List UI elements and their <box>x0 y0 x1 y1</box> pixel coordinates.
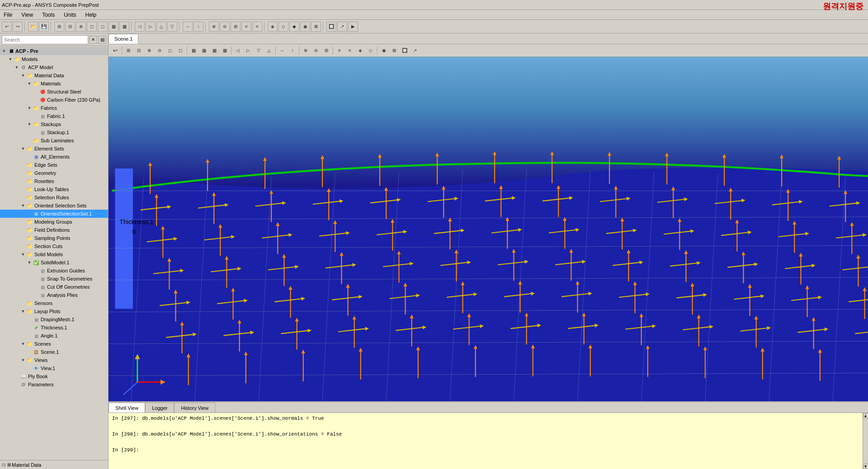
toolbar-btn-12[interactable]: ▽ <box>167 22 177 32</box>
tab-scene1[interactable]: Scene.1 <box>108 34 138 44</box>
toolbar-btn-15[interactable]: ⊕ <box>209 22 219 32</box>
toolbar-btn-19[interactable]: ≡ <box>252 22 262 32</box>
expand-oss[interactable]: ▼ <box>20 202 26 209</box>
toolbar-btn-23[interactable]: ◉ <box>300 22 310 32</box>
tree-all-elements[interactable]: ⊞ All_Elements <box>0 153 108 161</box>
tree-modeling-groups[interactable]: 📁 Modeling Groups <box>0 218 108 226</box>
tree-fabric1[interactable]: ▦ Fabric.1 <box>0 112 108 120</box>
vp-btn-26[interactable]: 🔲 <box>400 46 410 56</box>
toolbar-btn-26[interactable]: ↗ <box>337 22 347 32</box>
tab-history-view[interactable]: History View <box>174 403 215 413</box>
toolbar-btn-8[interactable]: ▦ <box>119 22 129 32</box>
tree-angle1[interactable]: ▦ Angle.1 <box>0 332 108 340</box>
menu-file[interactable]: File <box>2 11 14 19</box>
vp-btn-22[interactable]: ◈ <box>355 46 365 56</box>
left-panel-expand-icon[interactable]: ⊟ <box>2 462 5 467</box>
toolbar-btn-20[interactable]: ◈ <box>268 22 278 32</box>
tree-views[interactable]: ▼ 📁 Views <box>0 356 108 364</box>
expand-solid-models[interactable]: ▼ <box>20 251 26 258</box>
tree-extrusion-guides[interactable]: ▦ Extrusion Guides <box>0 267 108 275</box>
tree-carbon-fiber[interactable]: 🔴 Carbon Fiber (230 GPa) <box>0 96 108 104</box>
tree-solid-models[interactable]: ▼ 📁 Solid Models <box>0 250 108 258</box>
vp-btn-10[interactable]: ▦ <box>220 46 230 56</box>
tree-material-data[interactable]: ▼ 📁 Material Data <box>0 71 108 80</box>
search-input[interactable] <box>2 35 88 44</box>
toolbar-btn-27[interactable]: ▶ <box>348 22 358 32</box>
toolbar-btn-22[interactable]: ◆ <box>289 22 299 32</box>
vp-btn-25[interactable]: ⊠ <box>389 46 399 56</box>
toolbar-btn-1[interactable]: ↪ <box>13 22 23 32</box>
toolbar-btn-9[interactable]: ◁ <box>135 22 145 32</box>
menu-help[interactable]: Help <box>84 11 99 19</box>
expand-models[interactable]: ▼ <box>7 56 14 62</box>
vp-btn-7[interactable]: ▦ <box>189 46 198 56</box>
tree-materials[interactable]: ▼ 📁 Materials <box>0 80 108 88</box>
scroll-up-btn[interactable]: ▲ <box>863 413 868 418</box>
menu-units[interactable]: Units <box>62 11 78 19</box>
tree-selection-rules[interactable]: 📁 Selection Rules <box>0 193 108 202</box>
vp-btn-15[interactable]: ↔ <box>277 46 287 56</box>
tree-element-sets[interactable]: ▼ 📁 Element Sets <box>0 145 108 153</box>
tree-oss[interactable]: ▼ 📁 Oriented Selection Sets <box>0 202 108 210</box>
toolbar-btn-11[interactable]: △ <box>156 22 166 32</box>
toolbar-btn-open[interactable]: 📂 <box>28 22 38 32</box>
menu-view[interactable]: View <box>19 11 35 19</box>
vp-btn-18[interactable]: ⊖ <box>311 46 321 56</box>
tree-geometry[interactable]: 📁 Geometry <box>0 169 108 177</box>
tree-sub-laminates[interactable]: 📁 Sub Laminates <box>0 136 108 145</box>
vp-btn-24[interactable]: ◉ <box>379 46 389 56</box>
toolbar-btn-10[interactable]: ▷ <box>146 22 156 32</box>
toolbar-btn-14[interactable]: ↕ <box>193 22 203 32</box>
tree-analysis-plies[interactable]: ▦ Analysis Plies <box>0 291 108 299</box>
toolbar-btn-2[interactable]: ⊞ <box>54 22 64 32</box>
expand-element-sets[interactable]: ▼ <box>20 145 26 152</box>
vp-btn-11[interactable]: ◁ <box>233 46 243 56</box>
toolbar-btn-21[interactable]: ◇ <box>278 22 288 32</box>
tree-rosettes[interactable]: 📁 Rosettes <box>0 177 108 185</box>
tree-acp-model[interactable]: ▼ ⚙ ACP Model <box>0 63 108 71</box>
tree-parameters[interactable]: ⚙ Parameters <box>0 380 108 389</box>
tree-lookup-tables[interactable]: 📁 Look-Up Tables <box>0 185 108 193</box>
toolbar-btn-16[interactable]: ⊖ <box>220 22 230 32</box>
tree-root[interactable]: ▼ 🖥 ACP - Pre <box>0 47 108 55</box>
expand-stackups[interactable]: ▼ <box>26 121 33 127</box>
toolbar-btn-13[interactable]: ↔ <box>183 22 193 32</box>
toolbar-btn-save[interactable]: 💾 <box>39 22 49 32</box>
vp-btn-2[interactable]: ⊟ <box>134 46 144 56</box>
search-clear-button[interactable]: ✕ <box>89 36 97 44</box>
vp-btn-27[interactable]: ↗ <box>410 46 420 56</box>
vp-btn-6[interactable]: ◻ <box>175 46 185 56</box>
vp-btn-5[interactable]: ◻ <box>165 46 175 56</box>
vp-btn-19[interactable]: ⊞ <box>321 46 331 56</box>
vp-btn-8[interactable]: ▦ <box>199 46 209 56</box>
vp-btn-20[interactable]: ≡ <box>335 46 344 56</box>
tree-solidmodel1[interactable]: ▼ ✅ SolidModel.1 <box>0 258 108 267</box>
vp-btn-4[interactable]: ⊖ <box>155 46 165 56</box>
expand-fabrics[interactable]: ▼ <box>26 105 33 111</box>
tab-logger[interactable]: Logger <box>145 403 174 413</box>
tree-snap-to-geom[interactable]: ▦ Snap To Geometries <box>0 275 108 283</box>
expand-layup-plots[interactable]: ▼ <box>20 308 26 314</box>
toolbar-btn-18[interactable]: ≡ <box>241 22 251 32</box>
tree-scene1[interactable]: 🖼 Scene.1 <box>0 348 108 356</box>
tree-stackups[interactable]: ▼ 📁 Stackups <box>0 120 108 128</box>
tree-edge-sets[interactable]: 📁 Edge Sets <box>0 161 108 169</box>
vp-btn-23[interactable]: ◇ <box>366 46 376 56</box>
vp-btn-9[interactable]: ▦ <box>209 46 219 56</box>
toolbar-btn-3[interactable]: ⊟ <box>65 22 75 32</box>
vp-btn-13[interactable]: ▽ <box>254 46 264 56</box>
tree-sensors[interactable]: 📁 Sensors <box>0 299 108 307</box>
menu-tools[interactable]: Tools <box>40 11 57 19</box>
toolbar-btn-4[interactable]: ⊕ <box>76 22 86 32</box>
tree-view1[interactable]: 👁 View.1 <box>0 364 108 372</box>
expand-solidmodel1[interactable]: ▼ <box>26 259 33 266</box>
expand-material-data[interactable]: ▼ <box>20 72 26 79</box>
tree-stackup1[interactable]: ▦ Stackup.1 <box>0 128 108 136</box>
vp-btn-21[interactable]: ≡ <box>345 46 355 56</box>
toolbar-btn-17[interactable]: ⊞ <box>231 22 241 32</box>
vp-btn-0[interactable]: ↩ <box>110 46 120 56</box>
toolbar-btn-24[interactable]: ⊠ <box>311 22 321 32</box>
tree-cut-off-geom[interactable]: ▦ Cut Off Geometries <box>0 283 108 291</box>
vp-btn-16[interactable]: ↕ <box>288 46 297 56</box>
toolbar-btn-7[interactable]: ▦ <box>108 22 118 32</box>
